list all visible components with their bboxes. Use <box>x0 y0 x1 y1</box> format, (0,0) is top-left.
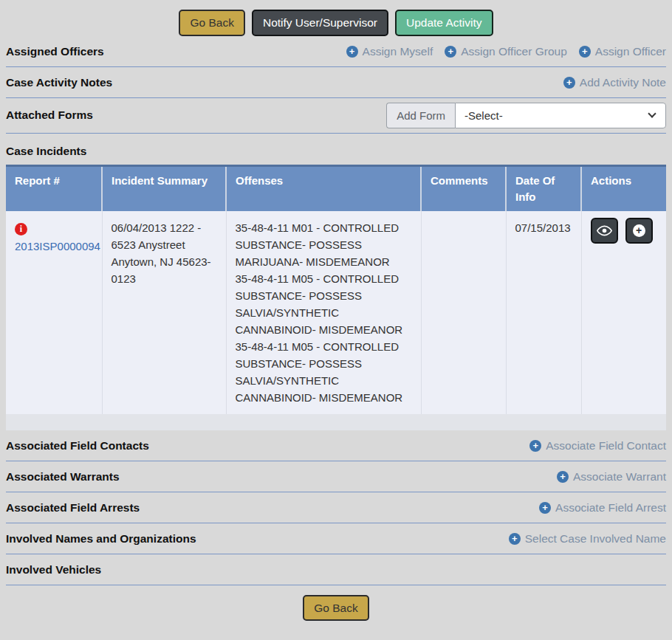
section-involved-names: Involved Names and Organizations + Selec… <box>6 523 666 554</box>
top-toolbar: Go Back Notify User/Supervisor Update Ac… <box>0 0 672 36</box>
plus-circle-icon: + <box>509 533 521 545</box>
involved-names-title: Involved Names and Organizations <box>6 532 196 546</box>
add-activity-note-label: Add Activity Note <box>580 76 666 89</box>
add-form-group: Add Form -Select- <box>386 103 666 128</box>
report-number-cell: i 2013ISP0000094 <box>6 211 102 414</box>
section-assigned-officers: Assigned Officers + Assign Myself + Assi… <box>6 36 666 67</box>
plus-circle-icon: + <box>633 224 645 237</box>
section-attached-forms: Attached Forms Add Form -Select- <box>6 98 666 134</box>
select-case-involved-name-label: Select Case Involved Name <box>525 532 666 546</box>
plus-circle-icon: + <box>529 440 541 452</box>
view-incident-button[interactable] <box>591 218 618 244</box>
plus-circle-icon: + <box>563 77 575 89</box>
go-back-button[interactable]: Go Back <box>179 10 244 36</box>
incident-summary-cell: 06/04/2013 1222 - 6523 Anystreet Anytown… <box>102 211 226 414</box>
plus-circle-icon: + <box>579 46 591 58</box>
assigned-officers-title: Assigned Officers <box>6 45 104 58</box>
assign-officer-label: Assign Officer <box>595 45 666 58</box>
table-row: i 2013ISP0000094 06/04/2013 1222 - 6523 … <box>6 211 666 414</box>
plus-circle-icon: + <box>445 46 456 58</box>
section-case-activity-notes: Case Activity Notes + Add Activity Note <box>6 67 666 98</box>
column-comments: Comments <box>421 165 506 211</box>
associated-warrants-title: Associated Warrants <box>6 470 120 484</box>
column-date-of-info: Date Of Info <box>506 165 581 211</box>
table-footer <box>6 414 666 430</box>
form-select[interactable]: -Select- <box>455 103 666 128</box>
assigned-officers-links: + Assign Myself + Assign Officer Group +… <box>346 45 666 58</box>
plus-circle-icon: + <box>346 46 358 58</box>
go-back-button-bottom[interactable]: Go Back <box>303 595 368 622</box>
add-form-button[interactable]: Add Form <box>386 103 455 128</box>
assign-officer-group-label: Assign Officer Group <box>461 45 567 58</box>
footer-bar: Go Back <box>6 585 666 622</box>
plus-circle-icon: + <box>539 502 551 514</box>
add-activity-note-link[interactable]: + Add Activity Note <box>563 76 666 89</box>
associate-warrant-link[interactable]: + Associate Warrant <box>557 470 666 484</box>
add-incident-button[interactable]: + <box>625 218 653 244</box>
associate-field-arrest-label: Associate Field Arrest <box>555 501 666 515</box>
section-associated-field-contacts: Associated Field Contacts + Associate Fi… <box>6 430 666 461</box>
section-associated-warrants: Associated Warrants + Associate Warrant <box>6 461 666 492</box>
offense-item: 35-48-4-11 M05 - CONTROLLED SUBSTANCE- P… <box>236 270 414 338</box>
actions-cell: + <box>581 211 666 414</box>
offense-item: 35-48-4-11 M05 - CONTROLLED SUBSTANCE- P… <box>236 338 414 406</box>
select-case-involved-name-link[interactable]: + Select Case Involved Name <box>509 532 666 546</box>
report-number-link[interactable]: 2013ISP0000094 <box>15 238 95 255</box>
plus-circle-icon: + <box>557 471 569 483</box>
assign-officer-link[interactable]: + Assign Officer <box>579 45 666 58</box>
column-offenses: Offenses <box>226 165 421 211</box>
assign-myself-link[interactable]: + Assign Myself <box>346 45 433 58</box>
case-detail-page: Assigned Officers + Assign Myself + Assi… <box>0 36 672 622</box>
update-activity-button[interactable]: Update Activity <box>395 10 493 36</box>
column-actions: Actions <box>581 165 666 211</box>
assign-myself-label: Assign Myself <box>363 45 433 58</box>
alert-info-icon: i <box>15 223 27 235</box>
attached-forms-title: Attached Forms <box>6 109 93 122</box>
associate-field-contact-link[interactable]: + Associate Field Contact <box>529 439 666 453</box>
offenses-cell: 35-48-4-11 M01 - CONTROLLED SUBSTANCE- P… <box>226 211 421 414</box>
section-involved-vehicles: Involved Vehicles <box>6 554 666 585</box>
eye-icon <box>597 225 612 236</box>
notify-user-supervisor-button[interactable]: Notify User/Supervisor <box>252 10 388 36</box>
date-of-info-cell: 07/15/2013 <box>506 211 581 414</box>
column-incident-summary: Incident Summary <box>102 165 226 211</box>
column-report-number: Report # <box>6 165 102 211</box>
table-header-row: Report # Incident Summary Offenses Comme… <box>6 165 666 211</box>
associated-field-arrests-title: Associated Field Arrests <box>6 501 140 515</box>
assign-officer-group-link[interactable]: + Assign Officer Group <box>445 45 567 58</box>
offense-item: 35-48-4-11 M01 - CONTROLLED SUBSTANCE- P… <box>236 219 414 270</box>
associate-field-arrest-link[interactable]: + Associate Field Arrest <box>539 501 666 515</box>
comments-cell <box>421 211 506 414</box>
associate-field-contact-label: Associate Field Contact <box>546 439 666 453</box>
case-activity-notes-title: Case Activity Notes <box>6 76 112 89</box>
case-incidents-title: Case Incidents <box>6 134 666 165</box>
associate-warrant-label: Associate Warrant <box>573 470 666 484</box>
associated-field-contacts-title: Associated Field Contacts <box>6 439 149 453</box>
case-incidents-table: Report # Incident Summary Offenses Comme… <box>6 165 666 414</box>
involved-vehicles-title: Involved Vehicles <box>6 563 101 577</box>
section-associated-field-arrests: Associated Field Arrests + Associate Fie… <box>6 492 666 523</box>
